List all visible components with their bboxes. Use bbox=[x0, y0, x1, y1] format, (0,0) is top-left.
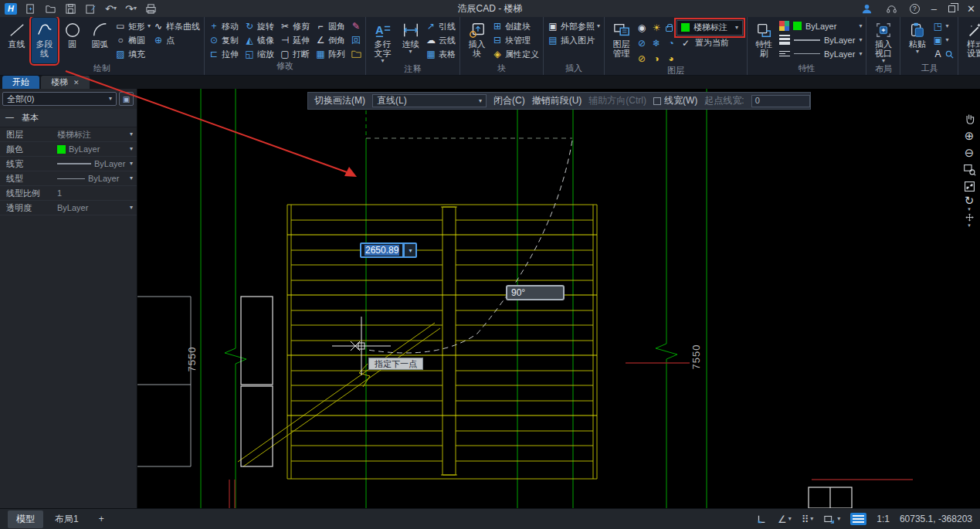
layer-lock-icon[interactable] bbox=[666, 26, 673, 32]
zoom-extents-button[interactable] bbox=[961, 178, 978, 194]
layer-dropdown[interactable]: 楼梯标注 ▾ bbox=[677, 20, 743, 36]
dynamic-input-toggle[interactable]: ▾ bbox=[404, 242, 417, 258]
prop-row-color[interactable]: 颜色 ByLayer▾ bbox=[0, 142, 137, 157]
orbit-button[interactable]: ↻▾ bbox=[961, 195, 978, 211]
create-block-button[interactable]: ⊞创建块 bbox=[492, 20, 539, 32]
prop-row-ltscale[interactable]: 线型比例 1 bbox=[0, 186, 137, 201]
prop-row-transparency[interactable]: 透明度 ByLayer▾ bbox=[0, 201, 137, 215]
circle-button[interactable]: 圆 bbox=[59, 18, 85, 63]
ortho-toggle[interactable] bbox=[755, 514, 768, 524]
quick-select-button[interactable]: ▣ bbox=[119, 92, 134, 106]
offset-button[interactable]: 回 bbox=[351, 34, 361, 46]
zoom-in-button[interactable]: ⊕ bbox=[961, 127, 978, 143]
extend-button[interactable]: ⊣延伸 bbox=[280, 34, 310, 46]
move-button[interactable]: +移动 bbox=[209, 20, 239, 32]
leader-button[interactable]: ↗引线 bbox=[426, 20, 456, 32]
width-option-checkbox[interactable]: 线宽(W) bbox=[653, 94, 697, 107]
arc-button[interactable]: 圆弧 bbox=[87, 18, 113, 63]
stretch-button[interactable]: ⊏拉伸 bbox=[209, 48, 239, 60]
redo-button[interactable]: ↷▾ bbox=[124, 2, 137, 15]
support-headset-icon[interactable] bbox=[885, 2, 898, 15]
polyline-button[interactable]: 多段线 bbox=[32, 18, 57, 63]
revcloud-button[interactable]: ☁云线 bbox=[426, 34, 456, 46]
paste-button[interactable]: 粘贴 ▾ bbox=[904, 18, 930, 63]
line-button[interactable]: 直线 bbox=[4, 18, 29, 63]
drawing-canvas[interactable]: 7550 7550 切换画法(M) 直线(L) ▾ 闭合(C) 撤销前段(U) … bbox=[137, 89, 980, 508]
rectangle-button[interactable]: ▭矩形▾ bbox=[115, 20, 151, 32]
copy-button[interactable]: ⊙复制 bbox=[209, 34, 239, 46]
scale-button[interactable]: ◱缩放 bbox=[244, 48, 274, 60]
insert-block-button[interactable]: 插入块 bbox=[464, 18, 490, 63]
close-option-button[interactable]: 闭合(C) bbox=[493, 94, 525, 107]
trim-button[interactable]: ✂修剪 bbox=[280, 20, 310, 32]
layer-isolate-icon[interactable]: ⊘ bbox=[636, 39, 647, 48]
tab-stairs[interactable]: 楼梯✕ bbox=[41, 76, 90, 89]
copy-clip-button[interactable]: ◳▾ bbox=[932, 20, 954, 32]
style-settings-button[interactable]: 样式设置 bbox=[962, 18, 980, 63]
match-properties-button[interactable]: 特性刷 bbox=[751, 18, 777, 63]
undo-button[interactable]: ↶▾ bbox=[104, 2, 117, 15]
save-button[interactable] bbox=[64, 2, 77, 15]
rotate-button[interactable]: ↻旋转 bbox=[244, 20, 274, 32]
lineweight-control[interactable]: ByLayer ▾ bbox=[779, 34, 862, 46]
chamfer-button[interactable]: ∠倒角 bbox=[315, 34, 345, 46]
layer-freeze-icon[interactable]: ❄ bbox=[651, 39, 662, 48]
dynamic-input-toggle-status[interactable]: ▾ bbox=[823, 514, 840, 524]
tab-close-icon[interactable]: ✕ bbox=[73, 79, 80, 86]
start-width-input[interactable]: 0 bbox=[751, 95, 810, 107]
insert-viewport-button[interactable]: 插入视口 ▾ bbox=[870, 18, 896, 64]
spline-button[interactable]: ∿样条曲线 bbox=[153, 20, 200, 32]
minimize-button[interactable]: – bbox=[931, 3, 937, 15]
insert-image-button[interactable]: ▤插入图片 bbox=[548, 34, 600, 46]
lineweight-toggle[interactable] bbox=[850, 513, 866, 525]
break-button[interactable]: ▢打断 bbox=[280, 48, 310, 60]
layer-unlock-icon[interactable]: ◔ bbox=[666, 39, 677, 48]
close-button[interactable]: ✕ bbox=[967, 3, 975, 15]
mirror-button[interactable]: ◭镜像 bbox=[244, 34, 274, 46]
scale-indicator[interactable]: 1:1 bbox=[877, 514, 890, 524]
add-layout-button[interactable]: + bbox=[90, 511, 113, 527]
layout1-tab[interactable]: 布局1 bbox=[46, 510, 87, 528]
prop-row-linetype[interactable]: 线型 ByLayer▾ bbox=[0, 171, 137, 186]
layer-thaw-icon[interactable]: ☀ bbox=[651, 23, 662, 32]
point-button[interactable]: ⊕点 bbox=[153, 34, 200, 46]
model-tab[interactable]: 模型 bbox=[8, 510, 43, 528]
mtext-button[interactable]: A 多行文字 ▾ bbox=[370, 18, 395, 64]
new-file-button[interactable] bbox=[24, 2, 37, 15]
ellipse-button[interactable]: ○椭圆 bbox=[115, 34, 151, 46]
pan-axes-button[interactable]: ▾ bbox=[961, 212, 978, 228]
polar-tracking-toggle[interactable]: ∠▾ bbox=[778, 514, 792, 525]
user-account-icon[interactable] bbox=[860, 2, 873, 15]
fillet-button[interactable]: ⌐圆角 bbox=[315, 20, 345, 32]
layer-state-icon[interactable]: ◑ bbox=[651, 54, 662, 63]
attribute-define-button[interactable]: ◈属性定义 bbox=[492, 48, 539, 60]
erase-button[interactable]: ✎ bbox=[351, 20, 361, 32]
zoom-out-button[interactable]: ⊖ bbox=[961, 144, 978, 160]
prop-row-layer[interactable]: 图层 楼梯标注▾ bbox=[0, 127, 137, 142]
dynamic-input[interactable]: 2650.89 ▾ bbox=[360, 242, 417, 258]
group-button[interactable] bbox=[351, 48, 361, 60]
block-manager-button[interactable]: ⊟块管理 bbox=[492, 34, 539, 46]
save-as-button[interactable] bbox=[84, 2, 97, 15]
open-file-button[interactable] bbox=[44, 2, 57, 15]
snap-grid-toggle[interactable]: ⠿▾ bbox=[802, 514, 814, 525]
xref-button[interactable]: ▣外部参照▾ bbox=[548, 20, 600, 32]
print-button[interactable] bbox=[144, 2, 158, 15]
layer-off-icon[interactable]: ⊘ bbox=[636, 54, 647, 63]
tab-start[interactable]: 开始 bbox=[2, 76, 39, 89]
color-control[interactable]: ByLayer ▾ bbox=[779, 20, 862, 32]
zoom-window-button[interactable] bbox=[961, 161, 978, 177]
undo-option-button[interactable]: 撤销前段(U) bbox=[532, 94, 582, 107]
table-button[interactable]: ▦表格 bbox=[426, 48, 456, 60]
dimension-button[interactable]: 连续 ▾ bbox=[398, 18, 423, 64]
restore-button[interactable] bbox=[948, 5, 955, 12]
help-icon[interactable]: ? bbox=[910, 4, 920, 14]
set-current-layer-button[interactable]: 置为当前 bbox=[695, 37, 729, 49]
layer-lock2-icon[interactable]: ◕ bbox=[666, 54, 677, 63]
find-button[interactable]: A bbox=[932, 48, 954, 60]
app-logo-icon[interactable]: H bbox=[5, 3, 17, 15]
layer-manager-button[interactable]: 图层管理 bbox=[609, 18, 634, 66]
layer-on-icon[interactable]: ◉ bbox=[636, 23, 647, 32]
section-basic[interactable]: — 基本 bbox=[0, 109, 137, 127]
linetype-control[interactable]: ByLayer ▾ bbox=[779, 48, 862, 59]
